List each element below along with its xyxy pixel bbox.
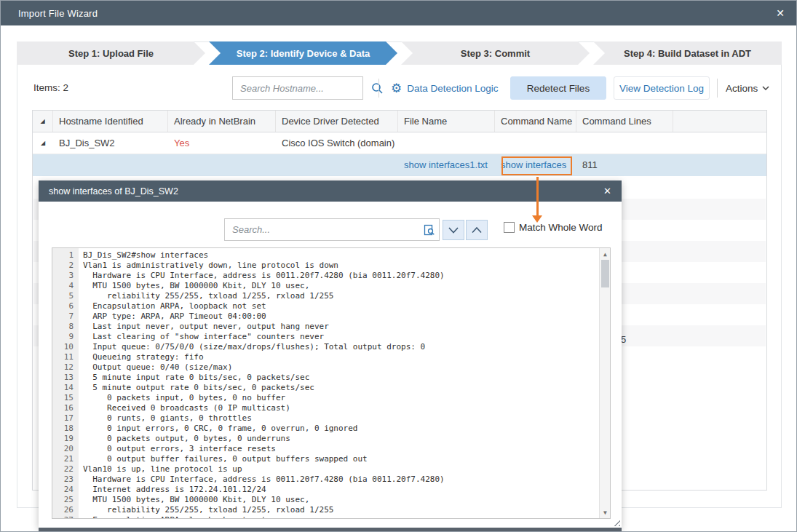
hostname-search-input[interactable] bbox=[233, 83, 371, 94]
code-lines: 1BJ_Dis_SW2#show interfaces2Vlan1 is adm… bbox=[52, 250, 599, 519]
code-line: 27 Encapsulation ARPA, loopback not set bbox=[52, 515, 599, 519]
line-number: 15 bbox=[52, 393, 79, 403]
view-detection-log-button[interactable]: View Detection Log bbox=[614, 76, 710, 100]
wizard-step-4[interactable]: Step 4: Build Dataset in ADT bbox=[593, 41, 782, 65]
line-text: 0 input errors, 0 CRC, 0 frame, 0 overru… bbox=[79, 424, 358, 434]
column-header-device-driver-detected[interactable]: Device Driver Detected bbox=[276, 111, 398, 132]
line-text: Encapsulation ARPA, loopback not set bbox=[79, 301, 266, 311]
modal-search-input[interactable] bbox=[225, 224, 420, 235]
scroll-down-icon[interactable]: ▼ bbox=[600, 507, 611, 517]
chevron-down-icon bbox=[762, 86, 769, 90]
line-text: Last input never, output never, output h… bbox=[79, 322, 329, 332]
gear-icon: ⚙ bbox=[391, 82, 402, 95]
import-file-wizard-dialog: Import File Wizard ✕ Step 1: Upload File… bbox=[0, 0, 797, 532]
wizard-step-1[interactable]: Step 1: Upload File bbox=[17, 41, 205, 65]
data-detection-logic-link[interactable]: ⚙ Data Detection Logic bbox=[391, 76, 499, 100]
code-line: 23 Hardware is CPU Interface, address is… bbox=[52, 475, 599, 485]
column-header-hostname-identified[interactable]: Hostname Identified bbox=[53, 111, 168, 132]
wizard-step-2[interactable]: Step 2: Identify Device & Data bbox=[209, 41, 397, 65]
line-number: 16 bbox=[52, 403, 79, 413]
chevron-down-icon bbox=[448, 227, 459, 234]
wizard-step-3[interactable]: Step 3: Commit bbox=[401, 41, 590, 65]
line-text: Received 0 broadcasts (0 IP multicast) bbox=[79, 403, 290, 413]
match-whole-word-label: Match Whole Word bbox=[519, 222, 603, 233]
toolbar-separator bbox=[378, 79, 379, 98]
code-line: 16 Received 0 broadcasts (0 IP multicast… bbox=[52, 403, 599, 413]
line-number: 3 bbox=[52, 271, 79, 281]
line-number: 13 bbox=[52, 373, 79, 383]
line-number: 26 bbox=[52, 505, 79, 515]
line-text: Encapsulation ARPA, loopback not set bbox=[79, 515, 266, 519]
cell-command-lines: 811 bbox=[576, 154, 673, 176]
resize-handle-icon[interactable] bbox=[611, 517, 620, 526]
line-text: Hardware is CPU Interface, address is 00… bbox=[79, 475, 445, 485]
actions-menu[interactable]: Actions bbox=[726, 76, 769, 100]
code-line: 2Vlan1 is administratively down, line pr… bbox=[52, 261, 599, 271]
redetect-files-button[interactable]: Redetect Files bbox=[510, 76, 606, 100]
chevron-up-icon bbox=[472, 227, 482, 234]
line-text: 0 output errors, 3 interface resets bbox=[79, 444, 276, 454]
line-number: 1 bbox=[52, 250, 79, 261]
line-number: 20 bbox=[52, 444, 79, 454]
cell-hostname: BJ_Dis_SW2 bbox=[53, 132, 168, 154]
find-previous-button[interactable] bbox=[466, 220, 488, 240]
command-output-code[interactable]: 1BJ_Dis_SW2#show interfaces2Vlan1 is adm… bbox=[52, 247, 611, 519]
line-text: Vlan1 is administratively down, line pro… bbox=[79, 261, 338, 271]
expander-icon: ◢ bbox=[40, 119, 44, 124]
command-output-modal: show interfaces of BJ_Dis_SW2 ✕ Match Wh… bbox=[39, 180, 622, 528]
line-number: 11 bbox=[52, 352, 79, 362]
code-line: 13 5 minute input rate 0 bits/sec, 0 pac… bbox=[52, 373, 599, 383]
search-in-document-icon[interactable] bbox=[420, 224, 439, 236]
code-line: 9 Last clearing of "show interface" coun… bbox=[52, 332, 599, 342]
line-text: ARP type: ARPA, ARP Timeout 04:00:00 bbox=[79, 311, 266, 322]
row-expander[interactable]: ◢ bbox=[33, 132, 53, 154]
line-text: 5 minute output rate 0 bits/sec, 0 packe… bbox=[79, 383, 314, 393]
scroll-up-icon[interactable]: ▲ bbox=[600, 249, 611, 259]
column-header-file-name[interactable]: File Name bbox=[398, 111, 495, 132]
code-line: 4 MTU 1500 bytes, BW 1000000 Kbit, DLY 1… bbox=[52, 281, 599, 291]
line-text: Queueing strategy: fifo bbox=[79, 352, 204, 362]
header-expander[interactable]: ◢ bbox=[33, 111, 53, 132]
column-header-already-in-netbrain[interactable]: Already in NetBrain bbox=[168, 111, 276, 132]
column-header-command-name[interactable]: Command Name bbox=[495, 111, 576, 132]
line-text: Hardware is CPU Interface, address is 00… bbox=[79, 271, 445, 281]
match-whole-word-checkbox[interactable] bbox=[504, 222, 515, 233]
scrollbar-thumb[interactable] bbox=[601, 260, 609, 287]
code-line: 10 Input queue: 0/75/0/0 (size/max/drops… bbox=[52, 342, 599, 352]
code-line: 26 reliability 255/255, txload 1/255, rx… bbox=[52, 505, 599, 515]
modal-close-icon[interactable]: ✕ bbox=[603, 186, 611, 196]
line-number: 5 bbox=[52, 291, 79, 301]
code-scrollbar[interactable]: ▲ ▼ bbox=[599, 248, 610, 518]
line-number: 6 bbox=[52, 301, 79, 311]
modal-titlebar: show interfaces of BJ_Dis_SW2 ✕ bbox=[39, 180, 622, 202]
code-line: 8 Last input never, output never, output… bbox=[52, 322, 599, 332]
line-number: 10 bbox=[52, 342, 79, 352]
code-line: 24 Internet address is 172.24.101.12/24 bbox=[52, 485, 599, 495]
file-name-link[interactable]: show interfaces1.txt bbox=[398, 154, 495, 176]
wizard-steps: Step 1: Upload FileStep 2: Identify Devi… bbox=[17, 41, 782, 65]
code-line: 3 Hardware is CPU Interface, address is … bbox=[52, 271, 599, 281]
line-text: 0 runts, 0 giants, 0 throttles bbox=[79, 413, 252, 424]
line-number: 8 bbox=[52, 322, 79, 332]
line-text: BJ_Dis_SW2#show interfaces bbox=[79, 250, 208, 261]
line-number: 21 bbox=[52, 454, 79, 464]
code-line: 11 Queueing strategy: fifo bbox=[52, 352, 599, 362]
column-header-command-lines[interactable]: Command Lines bbox=[576, 111, 673, 132]
table-row-device[interactable]: ◢ BJ_Dis_SW2 Yes Cisco IOS Switch (domai… bbox=[33, 132, 766, 154]
find-next-button[interactable] bbox=[443, 220, 464, 240]
close-icon[interactable]: ✕ bbox=[776, 1, 785, 25]
code-line: 22Vlan10 is up, line protocol is up bbox=[52, 464, 599, 475]
line-number: 22 bbox=[52, 464, 79, 475]
line-number: 14 bbox=[52, 383, 79, 393]
annotation-arrow bbox=[536, 177, 539, 215]
code-line: 7 ARP type: ARPA, ARP Timeout 04:00:00 bbox=[52, 311, 599, 322]
search-icon[interactable] bbox=[371, 82, 384, 95]
table-row-file[interactable]: show interfaces1.txt show interfaces 811 bbox=[33, 154, 766, 176]
cell-device-driver: Cisco IOS Switch (domain) bbox=[276, 132, 398, 154]
cell-already-in-netbrain: Yes bbox=[168, 132, 276, 154]
line-text: Last clearing of "show interface" counte… bbox=[79, 332, 324, 342]
expander-icon: ◢ bbox=[41, 140, 45, 146]
match-whole-word: Match Whole Word bbox=[504, 222, 603, 233]
line-number: 25 bbox=[52, 495, 79, 505]
annotation-arrowhead-icon bbox=[532, 215, 542, 223]
